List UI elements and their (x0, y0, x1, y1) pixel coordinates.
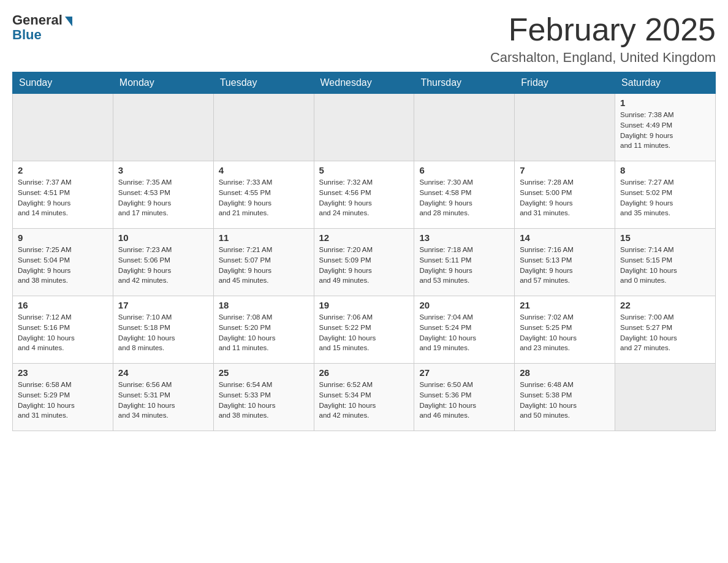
page-header: General Blue February 2025 Carshalton, E… (12, 12, 716, 66)
calendar-day-cell: 20Sunrise: 7:04 AM Sunset: 5:24 PM Dayli… (414, 296, 515, 364)
calendar-day-cell (213, 94, 314, 161)
title-block: February 2025 Carshalton, England, Unite… (490, 12, 716, 66)
day-info: Sunrise: 7:21 AM Sunset: 5:07 PM Dayligh… (219, 245, 309, 286)
calendar-day-cell: 24Sunrise: 6:56 AM Sunset: 5:31 PM Dayli… (113, 364, 213, 431)
day-number: 22 (620, 300, 710, 310)
calendar-day-cell: 6Sunrise: 7:30 AM Sunset: 4:58 PM Daylig… (414, 161, 515, 229)
calendar-day-cell (414, 94, 515, 161)
day-number: 6 (419, 165, 509, 175)
location-text: Carshalton, England, United Kingdom (490, 50, 716, 66)
day-number: 20 (419, 300, 509, 310)
calendar-day-cell: 22Sunrise: 7:00 AM Sunset: 5:27 PM Dayli… (615, 296, 716, 364)
day-info: Sunrise: 7:33 AM Sunset: 4:55 PM Dayligh… (219, 177, 309, 218)
day-info: Sunrise: 7:08 AM Sunset: 5:20 PM Dayligh… (219, 312, 309, 353)
calendar-day-cell: 28Sunrise: 6:48 AM Sunset: 5:38 PM Dayli… (515, 364, 615, 431)
day-number: 24 (118, 367, 208, 378)
day-number: 2 (18, 165, 108, 175)
day-info: Sunrise: 7:27 AM Sunset: 5:02 PM Dayligh… (620, 177, 710, 218)
calendar-day-cell: 17Sunrise: 7:10 AM Sunset: 5:18 PM Dayli… (113, 296, 213, 364)
day-number: 5 (319, 165, 409, 175)
calendar-header-row: SundayMondayTuesdayWednesdayThursdayFrid… (13, 72, 716, 94)
day-number: 14 (520, 232, 610, 243)
day-info: Sunrise: 7:23 AM Sunset: 5:06 PM Dayligh… (118, 245, 208, 286)
logo: General Blue (12, 12, 72, 43)
calendar-week-row: 16Sunrise: 7:12 AM Sunset: 5:16 PM Dayli… (13, 296, 716, 364)
day-number: 16 (18, 300, 108, 310)
day-info: Sunrise: 7:04 AM Sunset: 5:24 PM Dayligh… (419, 312, 509, 353)
day-info: Sunrise: 6:50 AM Sunset: 5:36 PM Dayligh… (419, 380, 509, 421)
weekday-header: Sunday (13, 72, 113, 94)
calendar-day-cell: 18Sunrise: 7:08 AM Sunset: 5:20 PM Dayli… (213, 296, 314, 364)
weekday-header: Saturday (615, 72, 716, 94)
calendar-week-row: 2Sunrise: 7:37 AM Sunset: 4:51 PM Daylig… (13, 161, 716, 229)
calendar-day-cell: 25Sunrise: 6:54 AM Sunset: 5:33 PM Dayli… (213, 364, 314, 431)
day-number: 3 (118, 165, 208, 175)
day-number: 10 (118, 232, 208, 243)
day-number: 21 (520, 300, 610, 310)
weekday-header: Wednesday (314, 72, 414, 94)
calendar-week-row: 1Sunrise: 7:38 AM Sunset: 4:49 PM Daylig… (13, 94, 716, 161)
weekday-header: Friday (515, 72, 615, 94)
day-info: Sunrise: 7:37 AM Sunset: 4:51 PM Dayligh… (18, 177, 108, 218)
calendar-day-cell (113, 94, 213, 161)
day-info: Sunrise: 6:56 AM Sunset: 5:31 PM Dayligh… (118, 380, 208, 421)
calendar-day-cell: 26Sunrise: 6:52 AM Sunset: 5:34 PM Dayli… (314, 364, 414, 431)
day-number: 27 (419, 367, 509, 378)
day-info: Sunrise: 6:48 AM Sunset: 5:38 PM Dayligh… (520, 380, 610, 421)
weekday-header: Thursday (414, 72, 515, 94)
day-number: 13 (419, 232, 509, 243)
day-info: Sunrise: 6:58 AM Sunset: 5:29 PM Dayligh… (18, 380, 108, 421)
day-info: Sunrise: 7:38 AM Sunset: 4:49 PM Dayligh… (620, 110, 710, 151)
calendar-day-cell (615, 364, 716, 431)
day-number: 12 (319, 232, 409, 243)
calendar-day-cell: 8Sunrise: 7:27 AM Sunset: 5:02 PM Daylig… (615, 161, 716, 229)
day-info: Sunrise: 7:28 AM Sunset: 5:00 PM Dayligh… (520, 177, 610, 218)
day-info: Sunrise: 7:35 AM Sunset: 4:53 PM Dayligh… (118, 177, 208, 218)
calendar-day-cell (314, 94, 414, 161)
weekday-header: Monday (113, 72, 213, 94)
day-number: 26 (319, 367, 409, 378)
calendar-day-cell: 2Sunrise: 7:37 AM Sunset: 4:51 PM Daylig… (13, 161, 113, 229)
day-info: Sunrise: 7:06 AM Sunset: 5:22 PM Dayligh… (319, 312, 409, 353)
calendar-day-cell: 15Sunrise: 7:14 AM Sunset: 5:15 PM Dayli… (615, 229, 716, 296)
calendar-week-row: 23Sunrise: 6:58 AM Sunset: 5:29 PM Dayli… (13, 364, 716, 431)
calendar-day-cell: 4Sunrise: 7:33 AM Sunset: 4:55 PM Daylig… (213, 161, 314, 229)
day-number: 1 (620, 98, 710, 108)
day-info: Sunrise: 7:10 AM Sunset: 5:18 PM Dayligh… (118, 312, 208, 353)
day-info: Sunrise: 7:12 AM Sunset: 5:16 PM Dayligh… (18, 312, 108, 353)
day-info: Sunrise: 6:54 AM Sunset: 5:33 PM Dayligh… (219, 380, 309, 421)
calendar-day-cell: 19Sunrise: 7:06 AM Sunset: 5:22 PM Dayli… (314, 296, 414, 364)
weekday-header: Tuesday (213, 72, 314, 94)
day-number: 8 (620, 165, 710, 175)
calendar-day-cell: 23Sunrise: 6:58 AM Sunset: 5:29 PM Dayli… (13, 364, 113, 431)
day-info: Sunrise: 7:18 AM Sunset: 5:11 PM Dayligh… (419, 245, 509, 286)
calendar-day-cell: 1Sunrise: 7:38 AM Sunset: 4:49 PM Daylig… (615, 94, 716, 161)
calendar-week-row: 9Sunrise: 7:25 AM Sunset: 5:04 PM Daylig… (13, 229, 716, 296)
day-info: Sunrise: 7:16 AM Sunset: 5:13 PM Dayligh… (520, 245, 610, 286)
day-info: Sunrise: 7:14 AM Sunset: 5:15 PM Dayligh… (620, 245, 710, 286)
calendar-day-cell (515, 94, 615, 161)
day-info: Sunrise: 7:25 AM Sunset: 5:04 PM Dayligh… (18, 245, 108, 286)
day-info: Sunrise: 7:02 AM Sunset: 5:25 PM Dayligh… (520, 312, 610, 353)
day-info: Sunrise: 7:20 AM Sunset: 5:09 PM Dayligh… (319, 245, 409, 286)
calendar-day-cell: 16Sunrise: 7:12 AM Sunset: 5:16 PM Dayli… (13, 296, 113, 364)
day-info: Sunrise: 6:52 AM Sunset: 5:34 PM Dayligh… (319, 380, 409, 421)
day-info: Sunrise: 7:30 AM Sunset: 4:58 PM Dayligh… (419, 177, 509, 218)
calendar-day-cell: 11Sunrise: 7:21 AM Sunset: 5:07 PM Dayli… (213, 229, 314, 296)
calendar-day-cell: 3Sunrise: 7:35 AM Sunset: 4:53 PM Daylig… (113, 161, 213, 229)
day-number: 9 (18, 232, 108, 243)
day-number: 23 (18, 367, 108, 378)
day-number: 17 (118, 300, 208, 310)
calendar-day-cell (13, 94, 113, 161)
day-number: 11 (219, 232, 309, 243)
calendar-day-cell: 21Sunrise: 7:02 AM Sunset: 5:25 PM Dayli… (515, 296, 615, 364)
day-number: 18 (219, 300, 309, 310)
day-number: 7 (520, 165, 610, 175)
month-title: February 2025 (490, 12, 716, 47)
day-number: 25 (219, 367, 309, 378)
calendar-table: SundayMondayTuesdayWednesdayThursdayFrid… (12, 72, 716, 431)
day-number: 4 (219, 165, 309, 175)
logo-general-text: General (12, 12, 63, 28)
day-number: 19 (319, 300, 409, 310)
calendar-day-cell: 9Sunrise: 7:25 AM Sunset: 5:04 PM Daylig… (13, 229, 113, 296)
